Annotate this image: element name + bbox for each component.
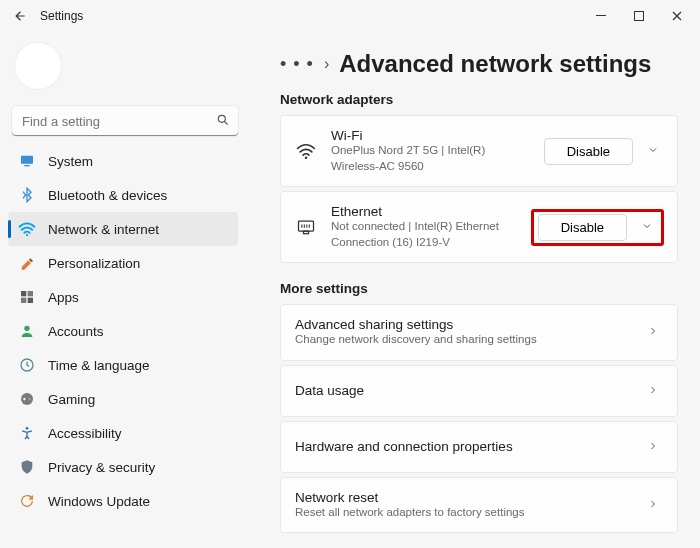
sidebar-item-gaming[interactable]: Gaming: [8, 382, 238, 416]
sidebar-item-time[interactable]: Time & language: [8, 348, 238, 382]
sidebar-item-label: Bluetooth & devices: [48, 188, 167, 203]
section-heading-adapters: Network adapters: [280, 92, 678, 107]
sidebar-item-label: Gaming: [48, 392, 95, 407]
adapter-name: Ethernet: [331, 204, 518, 219]
titlebar: Settings: [0, 0, 700, 32]
svg-rect-5: [24, 165, 29, 166]
sidebar: System Bluetooth & devices Network & int…: [0, 32, 248, 548]
avatar: [14, 42, 62, 90]
accessibility-icon: [18, 424, 36, 442]
expand-button[interactable]: [643, 138, 663, 164]
svg-rect-10: [28, 298, 33, 303]
sidebar-item-label: Network & internet: [48, 222, 159, 237]
close-button[interactable]: [658, 2, 696, 30]
sidebar-item-label: Accessibility: [48, 426, 122, 441]
svg-point-11: [24, 326, 29, 331]
sidebar-item-accessibility[interactable]: Accessibility: [8, 416, 238, 450]
sidebar-item-update[interactable]: Windows Update: [8, 484, 238, 518]
sidebar-item-label: Personalization: [48, 256, 140, 271]
profile-header[interactable]: [8, 32, 242, 104]
more-network-reset[interactable]: Network reset Reset all network adapters…: [280, 477, 678, 534]
page-title: Advanced network settings: [339, 50, 651, 78]
svg-rect-0: [596, 15, 606, 16]
nav-list: System Bluetooth & devices Network & int…: [8, 144, 242, 548]
sidebar-item-label: System: [48, 154, 93, 169]
more-hardware[interactable]: Hardware and connection properties: [280, 421, 678, 473]
minimize-icon: [596, 11, 606, 21]
sidebar-item-apps[interactable]: Apps: [8, 280, 238, 314]
sidebar-item-privacy[interactable]: Privacy & security: [8, 450, 238, 484]
shield-icon: [18, 458, 36, 476]
section-heading-more: More settings: [280, 281, 678, 296]
svg-point-6: [26, 234, 28, 236]
svg-rect-17: [304, 231, 309, 234]
window-title: Settings: [40, 9, 582, 23]
chevron-down-icon: [641, 220, 653, 232]
personalization-icon: [18, 254, 36, 272]
svg-rect-9: [21, 298, 26, 303]
adapter-name: Wi-Fi: [331, 128, 530, 143]
sidebar-item-label: Windows Update: [48, 494, 150, 509]
breadcrumb-more-button[interactable]: • • •: [280, 54, 314, 75]
chevron-right-icon: ›: [324, 55, 329, 73]
maximize-button[interactable]: [620, 2, 658, 30]
svg-rect-1: [635, 12, 644, 21]
apps-icon: [18, 288, 36, 306]
update-icon: [18, 492, 36, 510]
sidebar-item-label: Apps: [48, 290, 79, 305]
svg-rect-16: [299, 221, 314, 231]
bluetooth-icon: [18, 186, 36, 204]
chevron-right-icon: [643, 319, 663, 345]
setting-title: Advanced sharing settings: [295, 317, 629, 332]
more-data-usage[interactable]: Data usage: [280, 365, 678, 417]
adapter-detail: OnePlus Nord 2T 5G | Intel(R) Wireless-A…: [331, 143, 530, 174]
close-icon: [672, 11, 682, 21]
svg-rect-4: [21, 156, 33, 164]
sidebar-item-label: Time & language: [48, 358, 150, 373]
maximize-icon: [634, 11, 644, 21]
ethernet-icon: [295, 217, 317, 237]
gaming-icon: [18, 390, 36, 408]
sidebar-item-accounts[interactable]: Accounts: [8, 314, 238, 348]
arrow-left-icon: [13, 9, 27, 23]
svg-rect-7: [21, 291, 26, 296]
content-pane: • • • › Advanced network settings Networ…: [248, 32, 700, 548]
setting-subtitle: Change network discovery and sharing set…: [295, 332, 629, 348]
chevron-right-icon: [643, 434, 663, 460]
sidebar-item-bluetooth[interactable]: Bluetooth & devices: [8, 178, 238, 212]
accounts-icon: [18, 322, 36, 340]
sidebar-item-label: Privacy & security: [48, 460, 155, 475]
system-icon: [18, 152, 36, 170]
disable-button[interactable]: Disable: [538, 214, 627, 241]
svg-point-15: [305, 156, 308, 159]
chevron-right-icon: [643, 492, 663, 518]
sidebar-item-label: Accounts: [48, 324, 104, 339]
disable-button[interactable]: Disable: [544, 138, 633, 165]
adapter-detail: Not connected | Intel(R) Ethernet Connec…: [331, 219, 518, 250]
chevron-right-icon: [643, 378, 663, 404]
setting-title: Hardware and connection properties: [295, 439, 629, 454]
clock-icon: [18, 356, 36, 374]
adapter-card-wifi: Wi-Fi OnePlus Nord 2T 5G | Intel(R) Wire…: [280, 115, 678, 187]
expand-button[interactable]: [637, 214, 657, 240]
highlight-annotation: Disable: [532, 210, 663, 245]
wifi-icon: [295, 141, 317, 161]
sidebar-item-system[interactable]: System: [8, 144, 238, 178]
setting-subtitle: Reset all network adapters to factory se…: [295, 505, 629, 521]
sidebar-item-network[interactable]: Network & internet: [8, 212, 238, 246]
adapter-card-ethernet: Ethernet Not connected | Intel(R) Ethern…: [280, 191, 678, 263]
svg-point-13: [21, 393, 33, 405]
minimize-button[interactable]: [582, 2, 620, 30]
network-icon: [18, 220, 36, 238]
setting-title: Network reset: [295, 490, 629, 505]
svg-rect-8: [28, 291, 33, 296]
breadcrumb: • • • › Advanced network settings: [280, 50, 678, 78]
back-button[interactable]: [4, 2, 36, 30]
search-input[interactable]: [12, 106, 238, 136]
chevron-down-icon: [647, 144, 659, 156]
more-advanced-sharing[interactable]: Advanced sharing settings Change network…: [280, 304, 678, 361]
search-field[interactable]: [12, 106, 238, 136]
svg-point-14: [26, 427, 29, 430]
setting-title: Data usage: [295, 383, 629, 398]
sidebar-item-personalization[interactable]: Personalization: [8, 246, 238, 280]
